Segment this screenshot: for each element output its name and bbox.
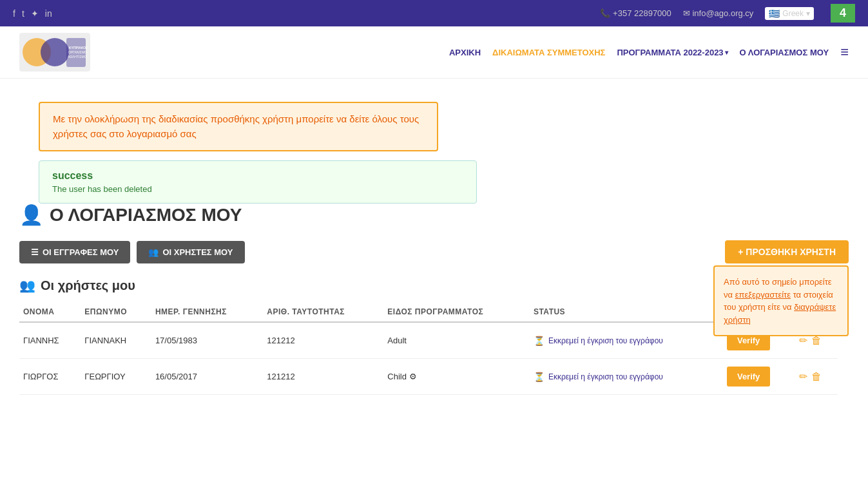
- gear-icon[interactable]: ⚙: [409, 372, 417, 381]
- page-title: Ο ΛΟΓΑΡΙΑΣΜΟΣ ΜΟΥ: [50, 205, 242, 225]
- tooltip-edit-link[interactable]: επεξεργαστείτε: [735, 290, 791, 300]
- svg-text:ΚΥΠΡΙΑΚΟΣ: ΚΥΠΡΙΑΚΟΣ: [69, 46, 87, 50]
- table-row: ΓΙΩΡΓΟΣ ΓΕΩΡΓΙΟΥ 16/05/2017 121212 Child…: [19, 359, 849, 395]
- top-bar-right: 📞 +357 22897000 ✉ info@ago.org.cy 🇬🇷 Gre…: [600, 4, 855, 23]
- chevron-down-icon: ▾: [725, 49, 728, 56]
- logo: ΚΥΠΡΙΑΚΟΣ ΟΡΓΑΝΙΣΜΟΣ ΑΘΛΗΤΙΣΜΟΥ: [19, 33, 90, 72]
- status-text: Εκκρεμεί η έγκριση του εγγράφου: [548, 372, 663, 381]
- edit-icon[interactable]: ✏: [799, 370, 807, 383]
- pinterest-icon[interactable]: ✦: [31, 8, 39, 19]
- hourglass-icon: ⏳: [534, 372, 545, 382]
- col-name: ΟΝΟΜΑ: [19, 302, 81, 322]
- cell-dob: 17/05/1983: [151, 322, 263, 359]
- col-dob: ΗΜΕΡ. ΓΕΝΝΗΣΗΣ: [151, 302, 263, 322]
- language-selector[interactable]: 🇬🇷 Greek ▾: [765, 7, 814, 20]
- cell-verify: Verify: [723, 359, 795, 395]
- cell-program: Child ⚙: [383, 359, 530, 395]
- svg-point-1: [41, 38, 69, 66]
- left-buttons: ☰ ΟΙ ΕΓΓΡΑΦΕΣ ΜΟΥ 👥 ΟΙ ΧΡΗΣΤΕΣ ΜΟΥ: [19, 241, 245, 263]
- delete-icon[interactable]: 🗑: [811, 335, 822, 347]
- linkedin-icon[interactable]: in: [45, 8, 52, 19]
- hourglass-icon: ⏳: [534, 336, 545, 346]
- my-records-label: ΟΙ ΕΓΓΡΑΦΕΣ ΜΟΥ: [43, 247, 119, 257]
- logo-area: ΚΥΠΡΙΑΚΟΣ ΟΡΓΑΝΙΣΜΟΣ ΑΘΛΗΤΙΣΜΟΥ: [19, 33, 90, 72]
- twitter-icon[interactable]: t: [22, 8, 24, 19]
- cell-name: ΓΙΑΝΝΗΣ: [19, 322, 81, 359]
- hamburger-menu-icon[interactable]: ≡: [840, 44, 849, 61]
- cell-name: ΓΙΩΡΓΟΣ: [19, 359, 81, 395]
- tooltip-box: Από αυτό το σημείο μπορείτε να επεξεργασ…: [713, 265, 849, 336]
- page-title-section: 👤 Ο ΛΟΓΑΡΙΑΣΜΟΣ ΜΟΥ: [19, 204, 849, 226]
- col-id: ΑΡΙΘ. ΤΑΥΤΟΤΗΤΑΣ: [263, 302, 383, 322]
- cell-status: ⏳ Εκκρεμεί η έγκριση του εγγράφου: [530, 322, 723, 359]
- nav-home[interactable]: ΑΡΧΙΚΗ: [449, 48, 481, 57]
- my-users-button[interactable]: 👥 ΟΙ ΧΡΗΣΤΕΣ ΜΟΥ: [137, 241, 244, 263]
- action-buttons-row: ☰ ΟΙ ΕΓΓΡΑΦΕΣ ΜΟΥ 👥 ΟΙ ΧΡΗΣΤΕΣ ΜΟΥ + ΠΡΟ…: [19, 240, 849, 263]
- flag-icon: 🇬🇷: [769, 8, 780, 19]
- svg-text:ΟΡΓΑΝΙΣΜΟΣ: ΟΡΓΑΝΙΣΜΟΣ: [68, 50, 87, 54]
- users-icon: 👥: [148, 247, 159, 257]
- cell-id: 121212: [263, 322, 383, 359]
- program-type: Adult: [387, 336, 407, 345]
- chevron-down-icon: ▾: [806, 9, 810, 18]
- nav-rights[interactable]: ΔΙΚΑΙΩΜΑΤΑ ΣΥΜΜΕΤΟΧΗΣ: [492, 48, 605, 57]
- nav-programs[interactable]: ΠΡΟΓΡΑΜΜΑΤΑ 2022-2023 ▾: [617, 48, 728, 57]
- nav-account[interactable]: Ο ΛΟΓΑΡΙΑΣΜΟΣ ΜΟΥ: [740, 48, 829, 57]
- section-title-label: Οι χρήστες μου: [41, 278, 135, 293]
- program-type: Child ⚙: [387, 372, 526, 381]
- list-icon: ☰: [31, 247, 39, 257]
- col-program: ΕΙΔΟΣ ΠΡΟΓΡΑΜΜΑΤΟΣ: [383, 302, 530, 322]
- success-message: The user has been deleted: [52, 184, 463, 194]
- col-surname: ΕΠΩΝΥΜΟ: [81, 302, 151, 322]
- my-records-button[interactable]: ☰ ΟΙ ΕΓΓΡΑΦΕΣ ΜΟΥ: [19, 241, 130, 263]
- facebook-icon[interactable]: f: [13, 8, 15, 19]
- info-banner: Με την ολοκλήρωση της διαδικασίας προσθή…: [39, 102, 438, 151]
- delete-icon[interactable]: 🗑: [811, 371, 822, 383]
- my-users-label: ΟΙ ΧΡΗΣΤΕΣ ΜΟΥ: [162, 247, 233, 257]
- phone-number: 📞 +357 22897000: [600, 8, 671, 18]
- status-text: Εκκρεμεί η έγκριση του εγγράφου: [548, 336, 663, 345]
- verify-button[interactable]: Verify: [727, 367, 770, 387]
- cell-status: ⏳ Εκκρεμεί η έγκριση του εγγράφου: [530, 359, 723, 395]
- cell-actions: ✏ 🗑: [795, 359, 838, 395]
- header: ΚΥΠΡΙΑΚΟΣ ΟΡΓΑΝΙΣΜΟΣ ΑΘΛΗΤΙΣΜΟΥ ΑΡΧΙΚΗ Δ…: [0, 26, 868, 79]
- success-title: success: [52, 170, 463, 182]
- notification-badge[interactable]: 4: [831, 4, 855, 23]
- col-status: STATUS: [530, 302, 723, 322]
- cell-program: Adult: [383, 322, 530, 359]
- svg-text:ΑΘΛΗΤΙΣΜΟΥ: ΑΘΛΗΤΙΣΜΟΥ: [68, 55, 87, 59]
- social-icons: f t ✦ in: [13, 8, 52, 19]
- group-icon: 👥: [19, 278, 35, 293]
- top-bar: f t ✦ in 📞 +357 22897000 ✉ info@ago.org.…: [0, 0, 868, 26]
- cell-id: 121212: [263, 359, 383, 395]
- main-nav: ΑΡΧΙΚΗ ΔΙΚΑΙΩΜΑΤΑ ΣΥΜΜΕΤΟΧΗΣ ΠΡΟΓΡΑΜΜΑΤΑ…: [449, 44, 849, 61]
- language-label: Greek: [782, 9, 804, 18]
- cell-surname: ΓΙΑΝΝΑΚΗ: [81, 322, 151, 359]
- account-icon: 👤: [19, 204, 43, 226]
- add-user-button[interactable]: + ΠΡΟΣΘΗΚΗ ΧΡΗΣΤΗ: [725, 240, 849, 263]
- cell-surname: ΓΕΩΡΓΙΟΥ: [81, 359, 151, 395]
- main-content: Με την ολοκλήρωση της διαδικασίας προσθή…: [0, 79, 868, 408]
- email-address: ✉ info@ago.org.cy: [683, 8, 753, 18]
- success-box: success The user has been deleted: [39, 160, 477, 204]
- nav-programs-label: ΠΡΟΓΡΑΜΜΑΤΑ 2022-2023: [617, 48, 723, 57]
- cell-dob: 16/05/2017: [151, 359, 263, 395]
